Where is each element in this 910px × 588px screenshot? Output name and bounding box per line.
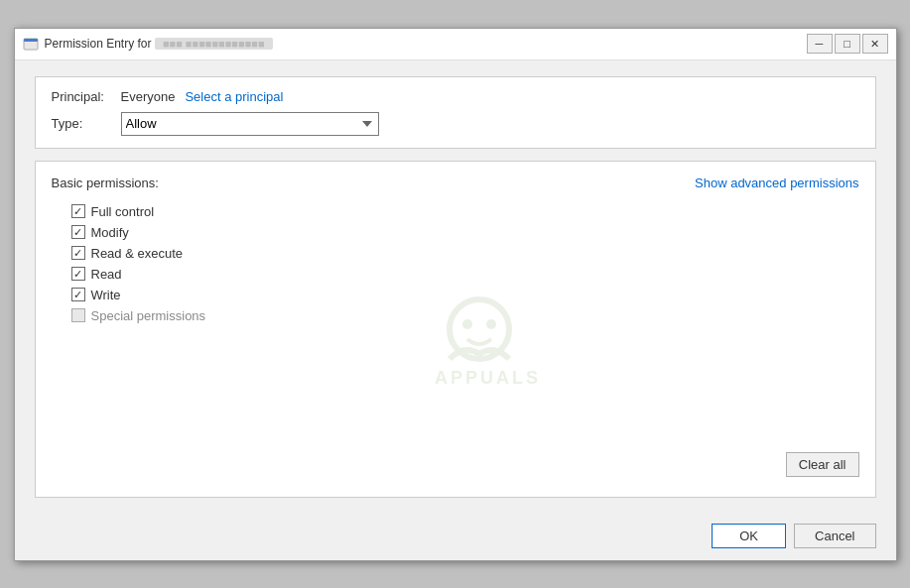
select-principal-link[interactable]: Select a principal: [185, 89, 283, 104]
type-row: Type: Allow Deny: [52, 112, 859, 136]
dialog-icon: [23, 36, 39, 52]
perm-checkbox-modify[interactable]: [71, 225, 85, 239]
principal-value: Everyone: [121, 89, 176, 104]
principal-row: Principal: Everyone Select a principal: [52, 89, 859, 104]
type-label: Type:: [52, 116, 121, 131]
permissions-list: Full control Modify Read & execute Read: [52, 204, 859, 323]
dialog-footer: OK Cancel: [15, 514, 896, 560]
principal-label: Principal:: [52, 89, 121, 104]
show-advanced-link[interactable]: Show advanced permissions: [695, 176, 858, 190]
title-bar-text: Permission Entry for ■■■ ■■■■■■■■■■■■: [45, 37, 807, 51]
perm-label-full-control: Full control: [91, 204, 155, 219]
perm-item-read: Read: [71, 267, 859, 282]
maximize-button[interactable]: □: [835, 34, 860, 54]
perm-checkbox-full-control[interactable]: [71, 204, 85, 218]
cancel-button[interactable]: Cancel: [794, 524, 875, 548]
close-button[interactable]: ✕: [862, 34, 888, 54]
perm-label-modify: Modify: [91, 225, 129, 240]
perm-label-read: Read: [91, 267, 122, 282]
dialog-content: Principal: Everyone Select a principal T…: [15, 60, 896, 514]
top-section: Principal: Everyone Select a principal T…: [35, 76, 876, 149]
title-bar: Permission Entry for ■■■ ■■■■■■■■■■■■ ─ …: [15, 29, 896, 60]
title-bar-controls: ─ □ ✕: [807, 34, 888, 54]
clear-all-button[interactable]: Clear all: [786, 452, 859, 477]
perm-checkbox-read-execute[interactable]: [71, 246, 85, 260]
perm-checkbox-write[interactable]: [71, 288, 85, 301]
permissions-section: Basic permissions: Show advanced permiss…: [35, 161, 876, 498]
type-select[interactable]: Allow Deny: [121, 112, 379, 136]
perm-item-read-execute: Read & execute: [71, 246, 859, 261]
perm-item-full-control: Full control: [71, 204, 859, 219]
permissions-header: Basic permissions: Show advanced permiss…: [52, 176, 859, 190]
perm-item-write: Write: [71, 288, 859, 302]
perm-label-read-execute: Read & execute: [91, 246, 184, 261]
minimize-button[interactable]: ─: [807, 34, 833, 54]
perm-checkbox-special: [71, 308, 85, 322]
permissions-title: Basic permissions:: [52, 176, 159, 190]
permission-entry-dialog: Permission Entry for ■■■ ■■■■■■■■■■■■ ─ …: [14, 28, 897, 561]
perm-label-write: Write: [91, 288, 121, 302]
perm-item-modify: Modify: [71, 225, 859, 240]
perm-item-special: Special permissions: [71, 308, 859, 323]
perm-label-special: Special permissions: [91, 308, 206, 323]
svg-text:APPUALS: APPUALS: [435, 368, 539, 388]
ok-button[interactable]: OK: [712, 524, 786, 548]
perm-checkbox-read[interactable]: [71, 267, 85, 281]
svg-rect-1: [24, 39, 38, 42]
blurred-title: ■■■ ■■■■■■■■■■■■: [155, 38, 273, 50]
